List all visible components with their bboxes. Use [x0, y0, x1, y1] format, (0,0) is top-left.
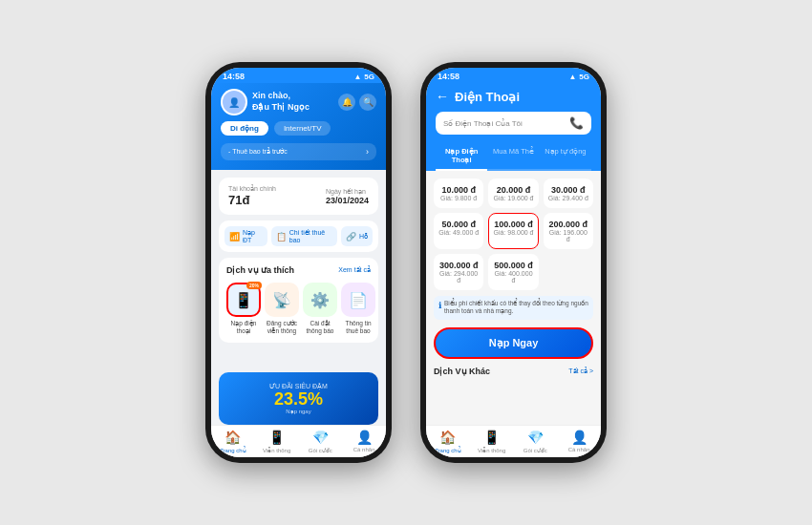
nap-dt-action[interactable]: 📶 Nạp ĐT: [224, 226, 267, 246]
promo-banner[interactable]: ƯU ĐÃI SIÊU ĐẬM 23.5% Nạp ngay: [219, 372, 378, 425]
bottom-nav-2: 🏠 Trang chủ 📱 Viễn thông 💎 Gói cước 👤 Cá…: [426, 425, 601, 457]
phone-2: 14:58 ▲ 5G ← Điện Thoại Số Điện Thoại Củ…: [420, 62, 607, 463]
user-greeting: Xin chào, Đậu Thị Ngọc: [252, 91, 310, 113]
avatar: 👤: [221, 89, 247, 116]
expiry-value: 23/01/2024: [326, 196, 369, 205]
services-grid: 📱 20% Nạp điện thoại 📡 Đăng cước viễn th…: [226, 283, 371, 335]
promo-line3: Nạp ngay: [269, 408, 328, 414]
status-icons-2: ▲ 5G: [568, 73, 589, 81]
amount-300000[interactable]: 300.000 đ Giá: 294.000 đ: [434, 254, 483, 290]
notification-icon[interactable]: 🔔: [338, 94, 355, 111]
amount-50000[interactable]: 50.000 đ Giá: 49.000 đ: [434, 213, 483, 249]
search-icon[interactable]: 🔍: [359, 94, 376, 111]
nap-dien-thoai-label: Nạp điện thoại: [226, 320, 261, 335]
header-icons: 🔔 🔍: [338, 94, 376, 111]
nap-ngay-button[interactable]: Nạp Ngay: [434, 327, 593, 359]
service-nap-dien-thoai[interactable]: 📱 20% Nạp điện thoại: [226, 283, 261, 335]
info-icon: ℹ: [438, 301, 441, 310]
recharge-content: 10.000 đ Giá: 9.800 đ 20.000 đ Giá: 19.6…: [426, 171, 601, 425]
bottom-nav-1: 🏠 Trang chủ 📱 Viễn thông 💎 Gói cước 👤 Cá…: [211, 425, 386, 457]
nav2-trang-chu[interactable]: 🏠 Trang chủ: [426, 430, 470, 453]
amount-100000[interactable]: 100.000 đ Giá: 98.000 đ: [488, 213, 538, 249]
thong-tin-label: Thông tin thuê bao: [341, 320, 375, 335]
dich-vu-khac-link[interactable]: Tất cả >: [568, 368, 593, 375]
nav-goi-cuoc-label: Gói cước: [309, 447, 332, 453]
nav-ca-nhan[interactable]: 👤 Cá nhân: [342, 430, 386, 453]
sub-tab-mua-ma-the[interactable]: Mua Mã Thẻ: [487, 142, 539, 169]
main-container: 14:58 ▲ 5G 👤 Xin chào, Đậu Thị Ngọc: [0, 0, 812, 525]
service-cai-dat[interactable]: ⚙️ Cài đặt thông báo: [303, 283, 337, 335]
time-1: 14:58: [223, 72, 245, 81]
dich-vu-khac-row: Dịch Vụ Khác Tất cả >: [434, 367, 593, 376]
user-row: 👤 Xin chào, Đậu Thị Ngọc 🔔 🔍: [221, 89, 376, 116]
header-blue-1: 👤 Xin chào, Đậu Thị Ngọc 🔔 🔍 Di động: [211, 83, 386, 170]
nav2-ca-nhan[interactable]: 👤 Cá nhân: [557, 430, 601, 453]
tab-internet-tv[interactable]: Internet/TV: [274, 121, 331, 136]
telecom-icon-2: 📱: [483, 430, 500, 445]
account-expiry: Ngày hết hạn 23/01/2024: [326, 188, 369, 205]
header-blue-2: ← Điện Thoại Số Điện Thoại Của Tôi 📞 Nạp…: [426, 83, 601, 171]
status-bar-1: 14:58 ▲ 5G: [211, 68, 386, 83]
subscribe-text: - Thuê bao trả trước: [228, 148, 288, 156]
nav-goi-cuoc[interactable]: 💎 Gói cước: [299, 430, 343, 453]
amount-500000[interactable]: 500.000 đ Giá: 400.000 đ: [488, 254, 538, 290]
user-left: 👤 Xin chào, Đậu Thị Ngọc: [221, 89, 310, 116]
service-vien-thong[interactable]: 📡 Đăng cước viễn thông: [265, 283, 299, 335]
nav-vien-thong[interactable]: 📱 Viễn thông: [255, 430, 299, 453]
amount-200000[interactable]: 200.000 đ Giá: 196.000 đ: [544, 213, 593, 249]
nav-vien-thong-label: Viễn thông: [263, 447, 290, 453]
promo-line2: 23.5%: [269, 390, 328, 408]
time-2: 14:58: [438, 72, 459, 81]
chi-tiet-icon: 📋: [276, 232, 287, 242]
back-row: ← Điện Thoại: [436, 89, 591, 104]
amount-30000[interactable]: 30.000 đ Giá: 29.400 đ: [544, 178, 593, 208]
thong-tin-icon: 📄: [341, 283, 375, 317]
tab-di-dong[interactable]: Di động: [221, 121, 268, 136]
status-bar-2: 14:58 ▲ 5G: [426, 68, 601, 83]
amount-10000[interactable]: 10.000 đ Giá: 9.800 đ: [434, 178, 483, 208]
promo-line1: ƯU ĐÃI SIÊU ĐẬM: [269, 383, 328, 390]
service-thong-tin[interactable]: 📄 Thông tin thuê bao: [341, 283, 375, 335]
nap-dt-label: Nạp ĐT: [243, 229, 263, 243]
nav-trang-chu[interactable]: 🏠 Trang chủ: [211, 430, 255, 453]
info-text: Biểu phí chiết khấu có thể thay đổi theo…: [444, 300, 588, 316]
nap-dt-icon: 📶: [229, 232, 240, 242]
ho-label: Hỗ: [359, 233, 368, 241]
balance-value: 71đ: [228, 193, 276, 207]
phone-1-screen: 14:58 ▲ 5G 👤 Xin chào, Đậu Thị Ngọc: [211, 68, 386, 457]
services-title: Dịch vụ ưa thích: [226, 265, 294, 275]
page-title: Điện Thoại: [455, 90, 520, 104]
phone-number-row[interactable]: Số Điện Thoại Của Tôi 📞: [436, 112, 591, 135]
chevron-right-icon: ›: [366, 147, 369, 157]
phone-number-label: Số Điện Thoại Của Tôi: [443, 119, 523, 128]
services-header: Dịch vụ ưa thích Xem tất cả: [226, 265, 371, 275]
sub-tab-nap-tu-dong[interactable]: Nạp tự động: [540, 142, 591, 169]
nav2-goi-cuoc[interactable]: 💎 Gói cước: [514, 430, 558, 453]
see-all-link[interactable]: Xem tất cả: [338, 266, 371, 274]
package-icon: 💎: [312, 430, 329, 445]
signal-icon: 5G: [364, 73, 374, 81]
chi-tiet-action[interactable]: 📋 Chi tiết thuê bao: [271, 226, 337, 246]
sub-tab-nap-dien-thoai[interactable]: Nạp Điện Thoại: [436, 142, 487, 169]
home-icon: 🏠: [224, 430, 241, 445]
ho-icon: 🔗: [346, 232, 356, 242]
account-card: Tài khoản chính 71đ Ngày hết hạn 23/01/2…: [219, 178, 378, 215]
nav2-vien-thong[interactable]: 📱 Viễn thông: [470, 430, 514, 453]
info-row: ℹ Biểu phí chiết khấu có thể thay đổi th…: [434, 296, 593, 320]
action-row: 📶 Nạp ĐT 📋 Chi tiết thuê bao 🔗 Hỗ: [219, 220, 378, 252]
subscribe-banner[interactable]: - Thuê bao trả trước ›: [221, 143, 376, 160]
back-button[interactable]: ←: [436, 89, 449, 104]
dich-vu-khac-title: Dịch Vụ Khác: [434, 367, 490, 376]
nav2-trang-chu-label: Trang chủ: [435, 447, 460, 453]
ho-action[interactable]: 🔗 Hỗ: [341, 226, 373, 246]
telecom-icon: 📱: [268, 430, 285, 445]
content-area-1: Tài khoản chính 71đ Ngày hết hạn 23/01/2…: [211, 170, 386, 372]
amount-20000[interactable]: 20.000 đ Giá: 19.600 đ: [488, 178, 538, 208]
signal-icon-2: 5G: [579, 73, 589, 81]
balance-label: Tài khoản chính: [228, 185, 276, 193]
vien-thong-label: Đăng cước viễn thông: [265, 320, 299, 335]
nav2-vien-thong-label: Viễn thông: [478, 447, 505, 453]
wifi-icon: ▲: [353, 73, 361, 81]
account-balance: Tài khoản chính 71đ: [228, 185, 276, 207]
nap-dien-thoai-icon: 📱 20%: [226, 283, 261, 317]
